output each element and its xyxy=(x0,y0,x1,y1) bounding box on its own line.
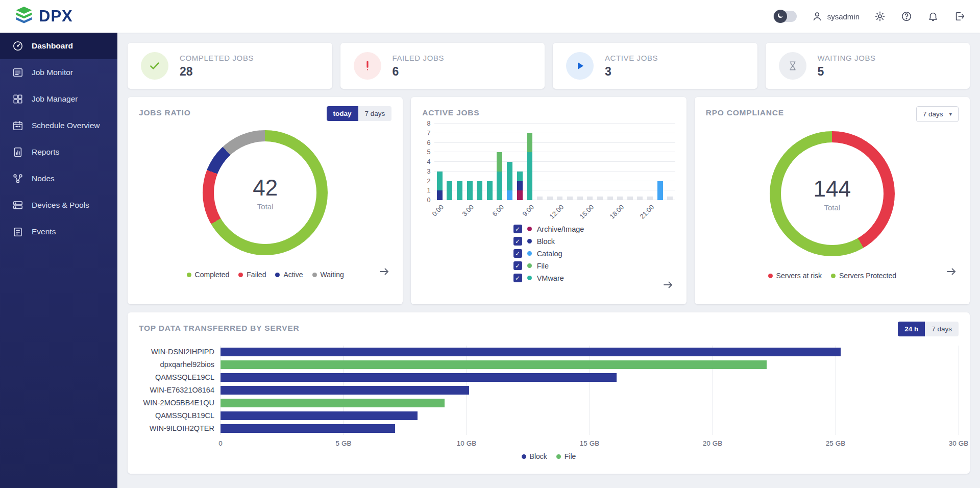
rpo-details-arrow[interactable] xyxy=(945,265,958,278)
kpi-text: FAILED JOBS6 xyxy=(393,54,445,79)
bar-1-00[interactable] xyxy=(447,181,452,201)
bar-6-00[interactable] xyxy=(497,152,502,200)
rpo-period-select[interactable]: 7 days ▾ xyxy=(916,106,959,122)
bar-7-00[interactable] xyxy=(507,162,512,200)
kpi-card-waiting-jobs[interactable]: WAITING JOBS5 xyxy=(766,43,970,89)
bar-0-00[interactable] xyxy=(437,172,443,200)
checkbox-catalog[interactable]: ✓ xyxy=(513,249,522,258)
sidebar-item-devices-pools[interactable]: Devices & Pools xyxy=(0,192,117,218)
user-menu[interactable]: sysadmin xyxy=(811,10,860,22)
legend-item-catalog[interactable]: ✓Catalog xyxy=(513,249,584,258)
toggle-7-days[interactable]: 7 days xyxy=(925,322,959,336)
top-data-xaxis: 05 GB10 GB15 GB20 GB25 GB30 GB xyxy=(220,437,959,449)
bar-20-00[interactable] xyxy=(637,197,643,201)
bar-19-00[interactable] xyxy=(627,197,633,201)
help-button[interactable] xyxy=(900,10,913,22)
jobs-ratio-total-label: Total xyxy=(257,202,274,211)
bar-11-00[interactable] xyxy=(547,197,553,201)
legend-dot xyxy=(238,273,243,277)
gridline xyxy=(590,346,590,435)
settings-button[interactable] xyxy=(874,10,886,22)
checkbox-archive-image[interactable]: ✓ xyxy=(513,225,522,233)
legend-dot xyxy=(556,454,561,459)
sidebar-item-job-manager[interactable]: Job Manager xyxy=(0,86,117,112)
bar-21-00[interactable] xyxy=(647,197,653,201)
dpx-logo[interactable]: DPX xyxy=(14,7,73,26)
bar-23-00[interactable] xyxy=(667,197,673,201)
jobs-ratio-details-arrow[interactable] xyxy=(378,265,390,278)
checkbox-block[interactable]: ✓ xyxy=(513,237,522,246)
bar-win-dsni2ihpipd[interactable] xyxy=(220,348,841,356)
kpi-card-completed-jobs[interactable]: COMPLETED JOBS28 xyxy=(128,43,332,89)
legend-dot xyxy=(522,454,526,459)
theme-toggle[interactable] xyxy=(773,11,797,22)
bar-slot xyxy=(505,124,515,200)
server-label: QAMSSQLB19CL xyxy=(155,411,214,420)
toggle-7-days[interactable]: 7 days xyxy=(358,106,392,121)
sidebar-item-nodes[interactable]: Nodes xyxy=(0,165,117,192)
brand-name: DPX xyxy=(39,7,73,26)
bar-slot xyxy=(495,124,505,200)
legend-item-file[interactable]: ✓File xyxy=(513,261,584,270)
legend-item-vmware[interactable]: ✓VMware xyxy=(513,274,584,282)
bar-slot xyxy=(665,124,675,200)
legend-item-active: Active xyxy=(275,271,303,279)
bar-15-00[interactable] xyxy=(587,197,593,201)
theme-toggle-knob[interactable] xyxy=(774,10,787,23)
top-data-labels: WIN-DSNI2IHPIPDdpxqarhel92biosQAMSSQLE19… xyxy=(139,346,214,435)
logout-button[interactable] xyxy=(953,10,966,22)
checkbox-vmware[interactable]: ✓ xyxy=(513,274,522,282)
sidebar-item-dashboard[interactable]: Dashboard xyxy=(0,33,117,59)
bar-3-00[interactable] xyxy=(467,181,473,201)
sidebar-item-schedule-overview[interactable]: Schedule Overview xyxy=(0,112,117,139)
legend-item-block[interactable]: ✓Block xyxy=(513,237,584,246)
top-data-period-toggle: 24 h7 days xyxy=(898,322,959,336)
legend-item-waiting: Waiting xyxy=(312,271,344,279)
bar-2-00[interactable] xyxy=(457,181,462,201)
sidebar-item-reports[interactable]: Reports xyxy=(0,139,117,165)
bar-win-2mo5bb4e1qu[interactable] xyxy=(220,399,445,407)
bar-22-00[interactable] xyxy=(657,181,663,201)
legend-label: Archive/Image xyxy=(537,225,584,233)
bar-qamssqlb19cl[interactable] xyxy=(220,411,418,420)
bar-5-00[interactable] xyxy=(487,181,493,201)
sidebar-item-job-monitor[interactable]: Job Monitor xyxy=(0,59,117,86)
bar-12-00[interactable] xyxy=(557,197,562,201)
legend-dot xyxy=(831,274,836,278)
bar-win-e76321o8164[interactable] xyxy=(220,386,469,395)
sidebar-item-events[interactable]: Events xyxy=(0,218,117,245)
bar-qamssqle19cl[interactable] xyxy=(220,373,617,382)
legend-item-servers-at-risk: Servers at risk xyxy=(768,272,822,280)
legend-item-archive-image[interactable]: ✓Archive/Image xyxy=(513,225,584,233)
checkbox-file[interactable]: ✓ xyxy=(513,261,522,270)
bar-segment-nodata xyxy=(567,197,573,201)
bar-9-00[interactable] xyxy=(527,133,532,200)
bar-16-00[interactable] xyxy=(597,197,603,201)
bar-8-00[interactable] xyxy=(517,172,523,200)
check-icon xyxy=(141,52,168,80)
bar-slot xyxy=(475,124,485,200)
server-label: WIN-2MO5BB4E1QU xyxy=(143,399,214,407)
legend-label: File xyxy=(537,262,549,270)
x-tick-slot xyxy=(475,200,485,222)
kpi-card-active-jobs[interactable]: ACTIVE JOBS3 xyxy=(553,43,757,89)
bar-17-00[interactable] xyxy=(607,197,613,201)
bar-win-9iloih2qter[interactable] xyxy=(220,424,395,433)
kpi-label: WAITING JOBS xyxy=(818,54,876,62)
bar-18-00[interactable] xyxy=(617,197,623,201)
active-jobs-details-arrow[interactable] xyxy=(662,279,674,291)
bar-segment-vmware xyxy=(437,172,443,191)
y-tick: 1 xyxy=(427,187,430,194)
bar-14-00[interactable] xyxy=(577,197,583,201)
bar-13-00[interactable] xyxy=(567,197,573,201)
bar-10-00[interactable] xyxy=(537,197,543,201)
toggle-24-h[interactable]: 24 h xyxy=(898,322,925,336)
toggle-today[interactable]: today xyxy=(327,106,358,121)
bar-dpxqarhel92bios[interactable] xyxy=(220,360,767,369)
bar-4-00[interactable] xyxy=(477,181,482,201)
kpi-card-failed-jobs[interactable]: FAILED JOBS6 xyxy=(340,43,545,89)
sidebar-item-label: Schedule Overview xyxy=(32,121,100,130)
x-tick: 5 GB xyxy=(336,440,352,447)
x-tick-slot xyxy=(445,200,455,222)
notifications-button[interactable] xyxy=(927,10,939,22)
